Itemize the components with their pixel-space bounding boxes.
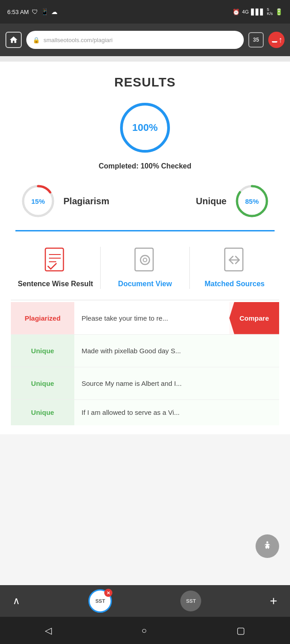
nav-plus-button[interactable]: + — [270, 594, 277, 608]
document-view-label: Document View — [118, 279, 172, 289]
status-plagiarized-1: Plagiarized — [11, 302, 74, 334]
status-time: 6:53 AM — [7, 9, 29, 15]
status-unique-2: Unique — [11, 335, 74, 367]
big-progress-circle: 100% — [118, 101, 172, 155]
matched-sources-label: Matched Sources — [204, 279, 264, 289]
speed-icon: 5K/s — [267, 8, 273, 16]
unique-metric: Unique 85% — [196, 183, 270, 219]
cloud-icon: ☁ — [51, 8, 58, 15]
svg-rect-10 — [135, 248, 153, 271]
status-right: ⏰ 4G ▋▋▋ 5K/s 🔋 — [232, 8, 283, 16]
bottom-nav: ∧ ✕ SST SST + — [0, 585, 290, 617]
status-unique-4: Unique — [11, 400, 74, 425]
result-row-1: Plagiarized Please take your time to re.… — [11, 302, 279, 335]
android-home-button[interactable]: ○ — [141, 625, 147, 636]
signal-bars-icon: ▋▋▋ — [251, 9, 265, 15]
close-tab-button[interactable]: ✕ — [104, 589, 112, 597]
lock-icon: 🔒 — [33, 37, 40, 43]
compare-button-1[interactable]: Compare — [229, 302, 279, 334]
content-cell-4: If I am allowed to serve as a Vi... — [74, 400, 279, 425]
sentence-wise-item[interactable]: Sentence Wise Result — [11, 247, 101, 289]
metrics-row: 15% Plagiarism Unique 85% — [11, 183, 279, 219]
browser-bar: 🔒 smallseotools.com/plagiari 35 ↑ — [0, 24, 290, 56]
android-nav-bar: ◁ ○ ▢ — [0, 617, 290, 644]
results-section: RESULTS 100% Completed: 100% Checked — [0, 62, 290, 434]
svg-rect-6 — [45, 248, 63, 271]
nav-up-arrow[interactable]: ∧ — [13, 595, 20, 607]
tab-count[interactable]: 35 — [248, 32, 264, 48]
content-cell-3: Source My name is Albert and I... — [74, 367, 279, 399]
plagiarism-percent: 15% — [31, 197, 45, 205]
results-title: RESULTS — [11, 75, 279, 90]
unique-percent: 85% — [245, 197, 259, 205]
document-view-item[interactable]: Document View — [101, 247, 190, 289]
completed-text: Completed: 100% Checked — [11, 162, 279, 170]
plagiarism-label: Plagiarism — [63, 196, 109, 207]
plagiarism-metric: 15% Plagiarism — [20, 183, 109, 219]
address-bar[interactable]: 🔒 smallseotools.com/plagiari — [26, 31, 244, 49]
result-row-3: Unique Source My name is Albert and I... — [11, 367, 279, 400]
big-circle-container: 100% — [11, 101, 279, 155]
android-recents-button[interactable]: ▢ — [237, 625, 245, 636]
home-button[interactable] — [5, 32, 22, 48]
unique-label: Unique — [196, 196, 227, 207]
content-cell-2: Made with pixellab Good day S... — [74, 335, 279, 367]
address-text: smallseotools.com/plagiari — [44, 37, 112, 43]
whatsapp-icon: 📱 — [41, 8, 48, 15]
matched-sources-icon — [221, 247, 248, 274]
content-cell-1: Please take your time to re... — [74, 302, 229, 334]
document-view-icon — [131, 247, 159, 274]
status-unique-3: Unique — [11, 367, 74, 399]
alarm-icon: ⏰ — [232, 9, 240, 15]
svg-point-11 — [140, 255, 150, 264]
status-bar: 6:53 AM 🛡 📱 ☁ ⏰ 4G ▋▋▋ 5K/s 🔋 — [0, 0, 290, 24]
unique-circle: 85% — [234, 183, 270, 219]
matched-sources-item[interactable]: Matched Sources — [190, 247, 279, 289]
android-back-button[interactable]: ◁ — [45, 625, 52, 636]
scroll-indicator — [0, 56, 290, 62]
status-left: 6:53 AM 🛡 📱 ☁ — [7, 8, 58, 15]
results-list: Plagiarized Please take your time to re.… — [11, 302, 279, 425]
nav-sst-active-tab[interactable]: ✕ SST — [88, 589, 112, 613]
blue-separator — [15, 230, 275, 231]
battery-icon: 🔋 — [275, 8, 283, 15]
main-content: RESULTS 100% Completed: 100% Checked — [0, 62, 290, 434]
big-circle-percent: 100% — [132, 122, 158, 134]
svg-point-15 — [266, 541, 268, 543]
sentence-wise-label: Sentence Wise Result — [18, 279, 93, 289]
shield-icon: 🛡 — [32, 8, 38, 15]
signal-4g-icon: 4G — [242, 9, 249, 14]
upload-button[interactable]: ↑ — [268, 32, 285, 48]
nav-sst-inactive-tab[interactable]: SST — [180, 591, 201, 611]
plagiarism-circle: 15% — [20, 183, 56, 219]
result-row-4: Unique If I am allowed to serve as a Vi.… — [11, 400, 279, 425]
icons-row: Sentence Wise Result Document View — [11, 242, 279, 300]
result-row-2: Unique Made with pixellab Good day S... — [11, 335, 279, 367]
svg-point-12 — [143, 258, 147, 262]
floating-accessibility-button[interactable] — [256, 534, 279, 558]
sentence-wise-icon — [42, 247, 69, 274]
